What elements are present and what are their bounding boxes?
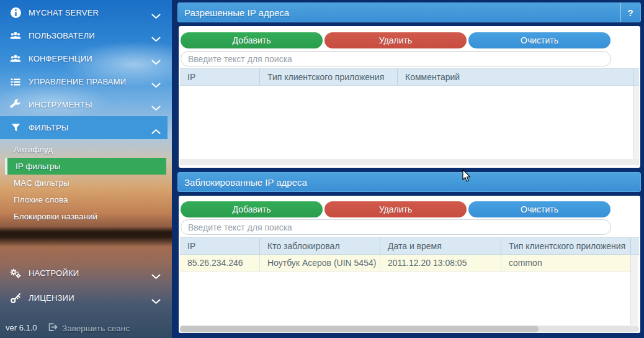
filter-icon xyxy=(8,122,23,133)
blocked-table-hscrollbar[interactable] xyxy=(180,326,639,332)
allowed-col-ip[interactable]: IP xyxy=(180,69,259,85)
conference-icon xyxy=(8,53,23,65)
list-icon xyxy=(8,76,23,88)
sidebar-item-label: ЛИЦЕНЗИИ xyxy=(29,293,74,303)
sidebar-item-filters[interactable]: ФИЛЬТРЫ xyxy=(0,116,168,139)
allowed-col-client-type[interactable]: Тип клиентского приложения xyxy=(259,69,397,85)
allowed-search-input[interactable] xyxy=(181,51,611,66)
sidebar-subitem-label: Плохие слова xyxy=(14,195,68,204)
sidebar-item-licenses[interactable]: ЛИЦЕНЗИИ xyxy=(0,286,168,309)
sidebar-item-label: MYCHAT SERVER xyxy=(29,8,99,17)
sidebar-subitem-label: MAC фильтры xyxy=(14,178,69,188)
sidebar: MYCHAT SERVER ПОЛЬЗОВАТЕЛИ КОНФЕРЕНЦИИ У… xyxy=(0,0,172,338)
blocked-row-datetime: 2011.12.20 13:08:05 xyxy=(380,255,501,271)
sidebar-subitem-name-blocks[interactable]: Блокировки названий xyxy=(0,208,168,225)
blocked-col-client-type[interactable]: Тип клиентского приложения xyxy=(501,238,630,254)
allowed-ips-panel-title: Разрешенные IP адреса xyxy=(178,7,289,18)
chevron-down-icon xyxy=(151,271,161,282)
blocked-header-filler xyxy=(630,238,639,254)
mychat-server-admin-window: MYCHAT SERVER ПОЛЬЗОВАТЕЛИ КОНФЕРЕНЦИИ У… xyxy=(0,0,644,338)
blocked-table-vscrollbar[interactable] xyxy=(630,255,638,325)
logout-icon xyxy=(47,322,58,335)
sidebar-subitem-ip-filters[interactable]: IP фильтры xyxy=(5,158,166,175)
wrench-icon xyxy=(8,99,23,111)
sidebar-item-mychat-server[interactable]: MYCHAT SERVER xyxy=(0,1,168,24)
blocked-clear-button[interactable]: Очистить xyxy=(468,201,610,217)
version-label: ver 6.1.0 xyxy=(6,323,37,332)
chevron-down-icon xyxy=(151,57,161,68)
chevron-down-icon xyxy=(151,11,161,22)
sidebar-item-settings[interactable]: НАСТРОЙКИ xyxy=(0,262,168,285)
users-icon xyxy=(8,30,23,42)
blocked-row-blocked-by: Ноутбук Асеров (UIN 5454) xyxy=(259,255,380,271)
sidebar-subitem-label: Антифлуд xyxy=(14,145,53,154)
blocked-table-row[interactable]: 85.26.234.246 Ноутбук Асеров (UIN 5454) … xyxy=(180,255,630,272)
blocked-ips-panel-header: Заблокированные IP адреса xyxy=(177,172,641,192)
allowed-col-comment[interactable]: Комментарий xyxy=(397,69,633,85)
chevron-up-icon xyxy=(151,126,161,137)
sidebar-item-label: ИНСТРУМЕНТЫ xyxy=(29,100,92,109)
blocked-search-input[interactable] xyxy=(181,219,611,235)
blocked-row-client-type: common xyxy=(501,255,630,271)
sidebar-item-conferences[interactable]: КОНФЕРЕНЦИИ xyxy=(0,47,168,70)
sidebar-subitem-label: IP фильтры xyxy=(16,162,60,171)
allowed-header-filler xyxy=(633,69,639,85)
sidebar-item-label: КОНФЕРЕНЦИИ xyxy=(29,54,92,63)
sidebar-subitem-bad-words[interactable]: Плохие слова xyxy=(0,191,168,208)
sidebar-footer: ver 6.1.0 Завершить сеанс xyxy=(0,318,172,338)
blocked-delete-button[interactable]: Удалить xyxy=(324,201,467,217)
chevron-down-icon xyxy=(151,103,161,114)
allowed-ips-panel-header: Разрешенные IP адреса ? xyxy=(177,2,641,22)
blocked-col-blocked-by[interactable]: Кто заблокировал xyxy=(259,238,380,254)
allowed-add-button[interactable]: Добавить xyxy=(181,32,323,48)
allowed-delete-button[interactable]: Удалить xyxy=(324,32,467,48)
sidebar-item-label: ПОЛЬЗОВАТЕЛИ xyxy=(29,31,95,40)
help-button[interactable]: ? xyxy=(620,3,640,22)
chevron-down-icon xyxy=(151,34,161,45)
info-icon xyxy=(8,7,23,19)
key-icon xyxy=(8,292,23,304)
sidebar-item-label: УПРАВЛЕНИЕ ПРАВАМИ xyxy=(29,77,126,86)
sidebar-item-label: ФИЛЬТРЫ xyxy=(29,123,69,132)
blocked-table-header: IP Кто заблокировал Дата и время Тип кли… xyxy=(180,237,639,255)
sidebar-subitem-antiflood[interactable]: Антифлуд xyxy=(0,141,168,158)
allowed-table-hscrollbar[interactable] xyxy=(180,159,639,165)
allowed-ips-panel: Добавить Удалить Очистить IP Тип клиентс… xyxy=(179,26,640,168)
logout-button[interactable]: Завершить сеанс xyxy=(47,322,130,335)
chevron-down-icon xyxy=(151,80,161,91)
sidebar-subitem-mac-filters[interactable]: MAC фильтры xyxy=(0,175,168,191)
blocked-add-button[interactable]: Добавить xyxy=(181,201,323,217)
blocked-row-ip: 85.26.234.246 xyxy=(180,255,259,271)
blocked-ips-panel-title: Заблокированные IP адреса xyxy=(178,177,307,188)
hscrollbar-thumb[interactable] xyxy=(180,326,539,332)
allowed-table-vscrollbar[interactable] xyxy=(633,86,639,159)
blocked-col-ip[interactable]: IP xyxy=(180,238,259,254)
gears-icon xyxy=(8,268,23,279)
blocked-ips-panel: Добавить Удалить Очистить IP Кто заблоки… xyxy=(179,196,640,333)
allowed-clear-button[interactable]: Очистить xyxy=(468,32,610,48)
sidebar-item-users[interactable]: ПОЛЬЗОВАТЕЛИ xyxy=(0,24,168,47)
logout-label: Завершить сеанс xyxy=(62,324,130,333)
blocked-col-datetime[interactable]: Дата и время xyxy=(380,238,501,254)
chevron-down-icon xyxy=(151,296,161,307)
sidebar-subitem-label: Блокировки названий xyxy=(14,212,97,221)
sidebar-item-label: НАСТРОЙКИ xyxy=(29,268,79,278)
sidebar-item-tools[interactable]: ИНСТРУМЕНТЫ xyxy=(0,93,168,116)
allowed-table-header: IP Тип клиентского приложения Комментари… xyxy=(180,68,639,86)
sidebar-item-rights-management[interactable]: УПРАВЛЕНИЕ ПРАВАМИ xyxy=(0,70,168,93)
